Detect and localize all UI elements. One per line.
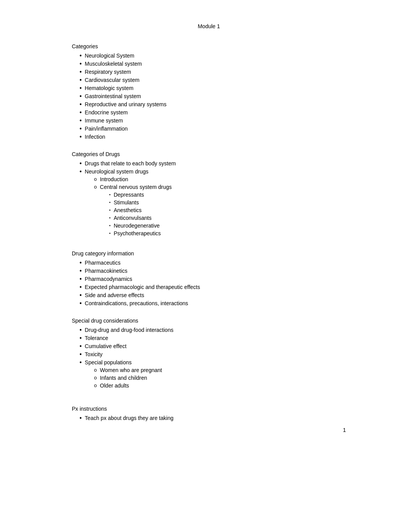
list-item: Pharmacodynamics bbox=[80, 276, 346, 282]
list-item: Side and adverse effects bbox=[80, 292, 346, 299]
px-instructions-list: Teach px about drugs they are taking bbox=[72, 415, 346, 422]
section-heading-categories: Categories bbox=[72, 43, 346, 49]
list-item: Contraindications, precautions, interact… bbox=[80, 300, 346, 307]
page-number: 1 bbox=[343, 427, 346, 433]
list-item: Drugs that relate to each body system bbox=[80, 160, 346, 167]
list-item: Infants and children bbox=[94, 375, 162, 381]
list-item: Respiratory system bbox=[80, 69, 346, 75]
list-item: Older adults bbox=[94, 382, 162, 389]
section-heading-special-drug: Special drug considerations bbox=[72, 318, 346, 324]
list-item: Endocrine system bbox=[80, 109, 346, 116]
page-title: Module 1 bbox=[198, 23, 220, 29]
section-heading-categories-of-drugs: Categories of Drugs bbox=[72, 151, 346, 157]
special-drug-list: Drug-drug and drug-food interactions Tol… bbox=[72, 327, 346, 390]
list-item: Special populations Women who are pregna… bbox=[80, 359, 346, 390]
section-categories-of-drugs: Categories of Drugs Drugs that relate to… bbox=[72, 151, 346, 240]
list-item: Tolerance bbox=[80, 335, 346, 342]
special-populations-sublist: Women who are pregnant Infants and child… bbox=[85, 367, 162, 389]
list-item: Gastrointestinal system bbox=[80, 93, 346, 100]
section-heading-drug-category-info: Drug category information bbox=[72, 250, 346, 257]
list-item: Pharmacokinetics bbox=[80, 268, 346, 274]
list-item: Infection bbox=[80, 134, 346, 140]
list-item: Hematologic system bbox=[80, 85, 346, 92]
list-item: Central nervous system drugs Depressants… bbox=[94, 184, 172, 238]
list-item: Anticonvulsants bbox=[109, 215, 172, 221]
list-item: Reproductive and urinary systems bbox=[80, 101, 346, 108]
section-special-drug-considerations: Special drug considerations Drug-drug an… bbox=[72, 318, 346, 390]
section-categories: Categories Neurological System Musculosk… bbox=[72, 43, 346, 140]
list-item: Neurological System bbox=[80, 53, 346, 59]
list-item: Drug-drug and drug-food interactions bbox=[80, 327, 346, 333]
list-item: Stimulants bbox=[109, 199, 172, 206]
drug-category-info-list: Pharmaceutics Pharmacokinetics Pharmacod… bbox=[72, 260, 346, 307]
list-item: Neurodegenerative bbox=[109, 223, 172, 229]
section-px-instructions: Px instructions Teach px about drugs the… bbox=[72, 406, 346, 422]
list-item: Introduction bbox=[94, 176, 172, 182]
page: Module 1 Categories Neurological System … bbox=[41, 0, 369, 449]
list-item: Depressants bbox=[109, 192, 172, 198]
list-item: Cardiovascular system bbox=[80, 77, 346, 83]
list-item: Immune system bbox=[80, 117, 346, 124]
list-item: Psychotherapeutics bbox=[109, 230, 172, 236]
section-heading-px-instructions: Px instructions bbox=[72, 406, 346, 412]
list-item: Toxicity bbox=[80, 351, 346, 358]
categories-list: Neurological System Musculoskeletal syst… bbox=[72, 53, 346, 140]
list-item: Pharmaceutics bbox=[80, 260, 346, 266]
cns-drugs-sublist: Depressants Stimulants Anesthetics Antic… bbox=[100, 192, 172, 236]
categories-of-drugs-list: Drugs that relate to each body system Ne… bbox=[72, 160, 346, 240]
section-drug-category-information: Drug category information Pharmaceutics … bbox=[72, 250, 346, 307]
list-item: Musculoskeletal system bbox=[80, 61, 346, 67]
neurological-sublist: Introduction Central nervous system drug… bbox=[85, 176, 172, 238]
list-item: Pain/inflammation bbox=[80, 126, 346, 132]
list-item: Cumulative effect bbox=[80, 343, 346, 350]
list-item: Expected pharmacologic and therapeutic e… bbox=[80, 284, 346, 291]
page-header: Module 1 bbox=[72, 23, 346, 29]
list-item: Anesthetics bbox=[109, 207, 172, 213]
list-item: Women who are pregnant bbox=[94, 367, 162, 373]
list-item: Neurological system drugs Introduction C… bbox=[80, 168, 346, 240]
list-item: Teach px about drugs they are taking bbox=[80, 415, 346, 422]
